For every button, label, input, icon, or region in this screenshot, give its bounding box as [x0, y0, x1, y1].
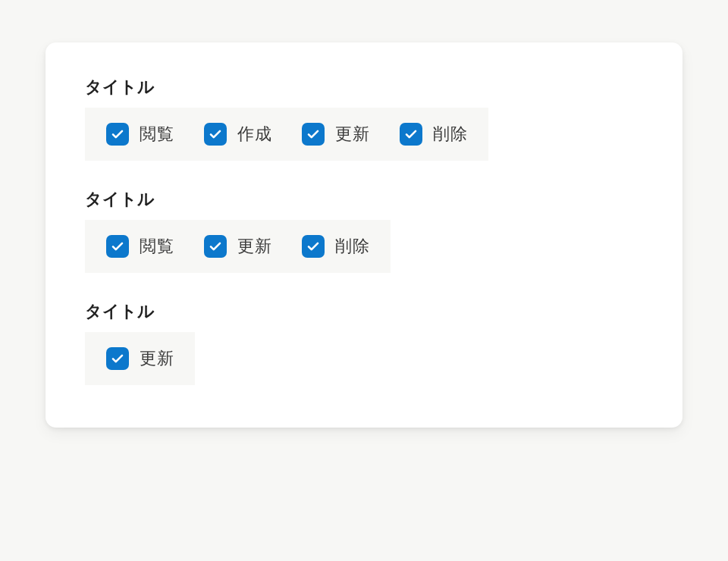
option-delete[interactable]: 削除	[400, 123, 467, 146]
option-label: 削除	[433, 123, 467, 146]
option-view[interactable]: 閲覧	[106, 123, 174, 146]
option-update[interactable]: 更新	[204, 235, 271, 258]
option-delete[interactable]: 削除	[302, 235, 369, 258]
option-label: 削除	[335, 235, 369, 258]
permission-group: タイトル 更新	[85, 300, 643, 385]
checkbox-checked-icon[interactable]	[204, 123, 227, 146]
option-label: 作成	[237, 123, 271, 146]
option-create[interactable]: 作成	[204, 123, 271, 146]
checkbox-checked-icon[interactable]	[302, 123, 325, 146]
option-update[interactable]: 更新	[302, 123, 369, 146]
option-label: 更新	[140, 347, 174, 370]
options-row: 閲覧 更新 削除	[85, 220, 391, 273]
option-update[interactable]: 更新	[106, 347, 174, 370]
option-label: 閲覧	[140, 235, 174, 258]
permission-group: タイトル 閲覧 作成 更新	[85, 76, 643, 161]
checkbox-checked-icon[interactable]	[204, 235, 227, 258]
checkbox-checked-icon[interactable]	[302, 235, 325, 258]
checkbox-checked-icon[interactable]	[400, 123, 422, 146]
permission-group: タイトル 閲覧 更新 削除	[85, 188, 643, 273]
checkbox-checked-icon[interactable]	[106, 235, 129, 258]
checkbox-checked-icon[interactable]	[106, 347, 129, 370]
option-label: 更新	[335, 123, 369, 146]
options-row: 更新	[85, 332, 195, 385]
checkbox-checked-icon[interactable]	[106, 123, 129, 146]
settings-card: タイトル 閲覧 作成 更新	[46, 42, 682, 428]
group-title: タイトル	[85, 76, 643, 99]
group-title: タイトル	[85, 188, 643, 211]
options-row: 閲覧 作成 更新 削除	[85, 108, 488, 161]
option-view[interactable]: 閲覧	[106, 235, 174, 258]
option-label: 閲覧	[140, 123, 174, 146]
group-title: タイトル	[85, 300, 643, 323]
option-label: 更新	[237, 235, 271, 258]
